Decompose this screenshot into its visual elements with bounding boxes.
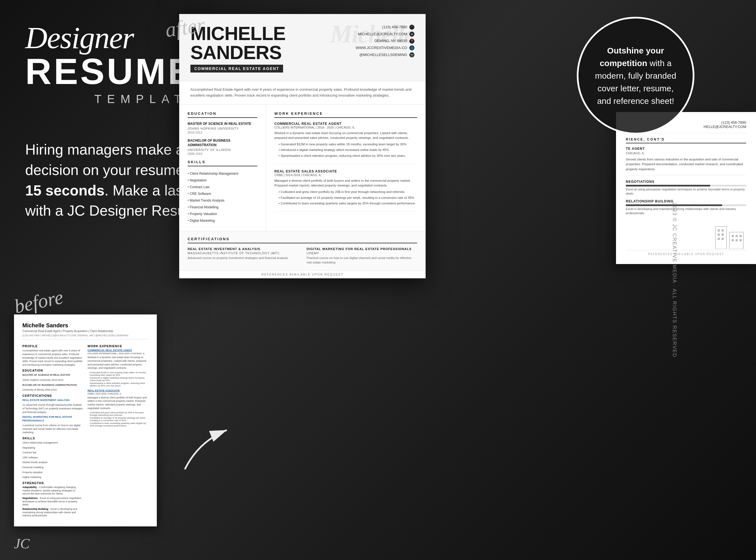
svg-rect-8 <box>732 235 734 237</box>
svg-rect-5 <box>721 234 724 236</box>
edu1-school: JOHNS HOPKINS UNIVERSITY <box>187 127 257 130</box>
before-work-title: Work Experience <box>88 344 149 348</box>
education-heading: EDUCATION <box>187 112 257 118</box>
strength-3: Relationship Building - Excel in develop… <box>22 508 83 517</box>
before-resume-card: Michelle Sanders Commercial Real Estate … <box>14 315 157 526</box>
skills-heading: SKILLS <box>187 160 257 166</box>
resume-left-col: EDUCATION MASTER OF SCIENCE IN REAL ESTA… <box>179 104 266 231</box>
svg-rect-9 <box>736 235 738 237</box>
resume-header: Michelle MICHELLE SANDERS COMMERCIAL REA… <box>179 14 425 81</box>
cert2-school: UDEMY <box>306 252 417 255</box>
edu1-year: 2010-2012 <box>187 131 257 134</box>
relationship-label: RELATIONSHIP BUILDING <box>626 199 746 203</box>
job2-bullet3: Contributed to team exceeding quarterly … <box>279 201 417 206</box>
strength-2: Negotiations - Excel at using persuasive… <box>22 497 83 506</box>
building-icon <box>626 221 746 250</box>
outshine-badge: Outshine your competition with a modern,… <box>577 17 694 134</box>
before-skill-4: CRE software <box>22 456 83 459</box>
references-section: REFERENCES AVAILABLE UPON REQUEST <box>179 270 425 278</box>
job1-bullet1: Generated $12M in new property sales wit… <box>279 142 417 147</box>
instagram-icon: 📷 <box>410 52 414 57</box>
edu2-year: 2006-2010 <box>187 152 257 155</box>
watermark: Michelle <box>330 20 414 48</box>
job-entry-1: COMMERCIAL REAL ESTATE AGENT COLLIERS IN… <box>274 122 417 164</box>
svg-rect-4 <box>718 234 720 236</box>
before-strengths-title: Strengths <box>22 481 83 485</box>
before-job1-b3: Spearheaded a client retention program, … <box>90 382 149 387</box>
before-edu-title: Education <box>22 369 83 372</box>
jc-logo: JC <box>14 535 30 552</box>
resume-title-badge: COMMERCIAL REAL ESTATE AGENT <box>191 65 283 73</box>
cert-section: CERTIFICATIONS REAL ESTATE INVESTMENT & … <box>179 231 425 270</box>
skill-item: Client Relationship Management <box>187 170 257 177</box>
arrow-svg <box>176 419 238 480</box>
job1-title: COMMERCIAL REAL ESTATE AGENT <box>274 122 417 126</box>
edu2-degree: BACHELOR OF BUSINESS ADMINISTRATION <box>187 139 257 147</box>
before-left-col: Profile Accomplished real estate agent w… <box>22 342 83 519</box>
copyright-text: 2023 © JC CREATIVE MEDIA · ALL RIGHTS RE… <box>671 202 677 358</box>
svg-rect-2 <box>718 229 720 232</box>
svg-rect-7 <box>721 238 724 240</box>
before-job1-meta: COLLIERS INTERNATIONAL | 2016-2020 | CHI… <box>88 352 149 355</box>
job1-meta: COLLIERS INTERNATIONAL | 2016 - 2020 | C… <box>274 126 417 129</box>
svg-rect-3 <box>721 229 724 232</box>
before-job1-title: COMMERCIAL REAL ESTATE AGENT <box>88 349 149 352</box>
cert-heading: CERTIFICATIONS <box>187 237 417 243</box>
negotiations-bar-bg <box>626 185 746 186</box>
before-cert1-desc: An advanced course through Massachusetts… <box>22 403 83 414</box>
cert-two-col: REAL ESTATE INVESTMENT & ANALYSIS MASSAC… <box>187 247 417 265</box>
before-job1-desc: Worked in a dynamic real estate team foc… <box>88 356 149 369</box>
relationship-bar-bg <box>626 204 746 206</box>
before-skill-8: Digital marketing <box>22 476 83 479</box>
before-edu1: MASTER OF SCIENCE IN REAL ESTATE <box>22 373 83 377</box>
before-skill-5: Market trends analysis <box>22 461 83 464</box>
before-cert1: REAL ESTATE INVESTMENT ANALYSIS <box>22 398 83 402</box>
svg-rect-13 <box>739 239 742 241</box>
skill-item: CRE Software <box>187 191 257 197</box>
negotiations-label: NEGOTIATIONS <box>626 180 746 184</box>
before-contact: (123) 456-7890 | MICHELLE@JCREALTY.COM |… <box>22 334 148 339</box>
before-skill-7: Property valuation <box>22 471 83 474</box>
before-cert2: DIGITAL MARKETING FOR REAL ESTATE PROFES… <box>22 415 83 422</box>
job2-bullet1: Cultivated and grew client portfolio by … <box>279 189 417 194</box>
partial-chicago: CHICAGO, IL <box>626 152 746 155</box>
strength-1: Adaptability - Comfortable navigating ch… <box>22 486 83 496</box>
before-job2-b3: Contributed to team exceeding quarterly … <box>90 422 149 427</box>
before-job1-b2: Introduced a digital marketing strategy … <box>90 377 149 382</box>
svg-rect-10 <box>739 235 742 237</box>
relationship-desc: Excel in developing and maintaining stro… <box>626 207 746 216</box>
before-name: Michelle Sanders <box>22 322 148 329</box>
cert2-desc: Practical course on how to use digital c… <box>306 256 417 265</box>
skill-item: Property Valuation <box>187 211 257 217</box>
cert1-desc: Advanced course on property investment s… <box>187 256 298 260</box>
before-job2-meta: CRBE | 2014-2016 | CHICAGO, IL <box>88 393 149 395</box>
instagram-row: @MICHELLESELLSDEMING 📷 <box>356 52 414 59</box>
partial-exp-heading: RIENCE, CONT'D <box>626 138 746 143</box>
skill-item: Negotiation <box>187 177 257 184</box>
svg-rect-0 <box>715 226 727 249</box>
job2-meta: CRBE | 2014-2016 | CHICAGO, IL <box>274 173 417 177</box>
before-profile-text: Accomplished real estate agent with over… <box>22 349 83 366</box>
before-job2-b2: Facilitated an average of 15 property vi… <box>90 417 149 422</box>
before-cert-title: Certifications <box>22 394 83 397</box>
before-job2-title: REAL ESTATE ASSOCIATE <box>88 389 149 392</box>
job2-bullet2: Facilitated an average of 15 property vi… <box>279 196 417 200</box>
before-section: before Michelle Sanders Commercial Real … <box>14 291 157 526</box>
partial-agent-title: TE AGENT <box>626 147 746 151</box>
skill-item: Financial Modelling <box>187 204 257 211</box>
resume-profile: Accomplished Real Estate Agent with over… <box>179 81 425 104</box>
cert2-name: DIGITAL MARKETING FOR REAL ESTATE PROFES… <box>306 247 417 251</box>
before-skill-6: Financial modeling <box>22 466 83 469</box>
cert1-school: MASSACHUSETTS INSTITUTE OF TECHNOLOGY (M… <box>187 252 298 255</box>
job1-bullet2: Introduced a digital marketing strategy … <box>279 147 417 152</box>
negotiations-bar-fill <box>626 185 710 186</box>
before-profile-title: Profile <box>22 344 83 348</box>
before-skill-3: Contract law <box>22 451 83 455</box>
job1-bullet3: Spearheaded a client retention program, … <box>279 154 417 158</box>
instagram-text: @MICHELLESELLSDEMING <box>359 52 407 59</box>
before-job2-b1: Cultivated and grew client portfolio by … <box>90 411 149 416</box>
before-job2-desc: Managed a diverse client portfolio of bo… <box>88 396 149 410</box>
partial-desc: Served clients from various industries i… <box>626 157 746 175</box>
resume-body: EDUCATION MASTER OF SCIENCE IN REAL ESTA… <box>179 104 425 231</box>
before-edu1-school: Johns Hopkins University 2010-2012 <box>22 378 83 382</box>
